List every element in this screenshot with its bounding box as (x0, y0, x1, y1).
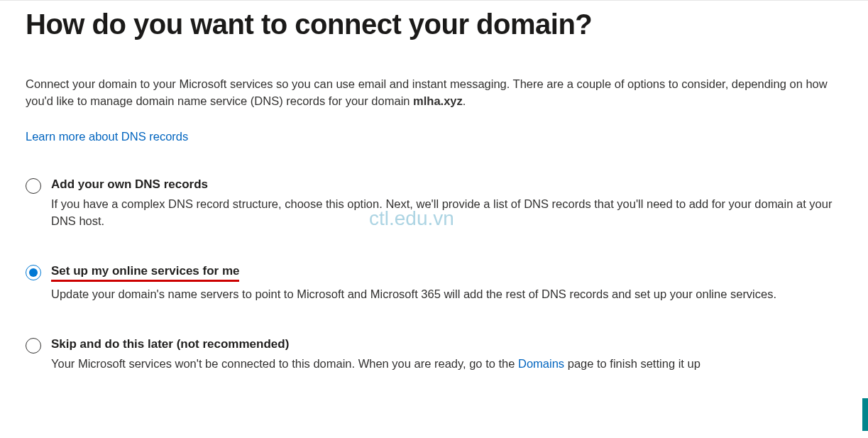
radio-icon[interactable] (26, 338, 41, 354)
options-group: Add your own DNS records If you have a c… (26, 177, 842, 373)
learn-more-link[interactable]: Learn more about DNS records (26, 130, 188, 143)
option-skip[interactable]: Skip and do this later (not recommended)… (26, 337, 842, 373)
option-content: Add your own DNS records If you have a c… (51, 177, 842, 230)
option-title: Skip and do this later (not recommended) (51, 337, 289, 351)
option-title: Add your own DNS records (51, 177, 208, 192)
option-desc: Update your domain's name servers to poi… (51, 286, 842, 303)
option-desc: If you have a complex DNS record structu… (51, 196, 842, 230)
option-content: Set up my online services for me Update … (51, 264, 842, 303)
radio-icon[interactable] (26, 265, 41, 280)
domains-link[interactable]: Domains (518, 357, 564, 370)
option-add-own-dns[interactable]: Add your own DNS records If you have a c… (26, 177, 842, 230)
option-title: Set up my online services for me (51, 264, 239, 282)
option-desc: Your Microsoft services won't be connect… (51, 356, 842, 373)
intro-text: Connect your domain to your Microsoft se… (26, 76, 842, 110)
intro-suffix: . (463, 94, 466, 107)
domain-name: mlha.xyz (413, 94, 463, 107)
option-content: Skip and do this later (not recommended)… (51, 337, 842, 373)
option-setup-for-me[interactable]: Set up my online services for me Update … (26, 264, 842, 303)
radio-icon[interactable] (26, 178, 41, 194)
scrollbar-thumb[interactable] (862, 398, 868, 431)
option-desc-prefix: Your Microsoft services won't be connect… (51, 357, 518, 370)
option-desc-suffix: page to finish setting it up (564, 357, 701, 370)
page-title: How do you want to connect your domain? (26, 8, 842, 40)
